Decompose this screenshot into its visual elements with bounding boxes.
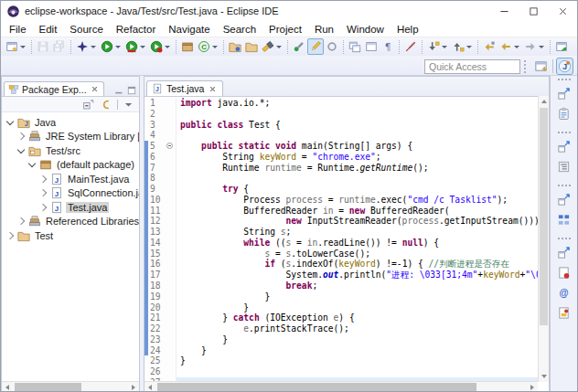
code-line-25[interactable]: 25} bbox=[144, 355, 538, 366]
code-line-11[interactable]: 11 BufferedReader in = new BufferedReade… bbox=[144, 206, 538, 217]
open-perspective-button[interactable] bbox=[532, 58, 550, 75]
chevron-collapsed-icon[interactable] bbox=[17, 217, 25, 225]
vscroll-thumb[interactable] bbox=[540, 108, 548, 325]
save-all-button[interactable] bbox=[51, 38, 68, 55]
tree-item-test-src[interactable]: Test/src bbox=[2, 143, 139, 158]
chevron-expanded-icon[interactable] bbox=[17, 146, 25, 154]
menu-item-search[interactable]: Search bbox=[217, 23, 262, 36]
editor-tab-testjava[interactable]: J Test.java bbox=[146, 80, 223, 96]
smart-insert-button[interactable] bbox=[324, 38, 340, 55]
menu-item-help[interactable]: Help bbox=[391, 23, 425, 36]
java-perspective-button[interactable]: J bbox=[556, 58, 573, 75]
code-line-1[interactable]: 1import java.io.*; bbox=[144, 98, 538, 109]
dropdown-caret-icon[interactable] bbox=[539, 46, 544, 48]
menu-item-file[interactable]: File bbox=[3, 23, 33, 36]
code-line-23[interactable]: 23 } bbox=[144, 334, 538, 345]
menu-item-refactor[interactable]: Refactor bbox=[110, 23, 162, 36]
minimize-view-button[interactable] bbox=[113, 85, 124, 96]
code-line-10[interactable]: 10 Process process = runtime.exec("cmd /… bbox=[144, 195, 538, 206]
restore-button[interactable] bbox=[553, 189, 575, 209]
code-line-5[interactable]: 5 public static void main(String[] args)… bbox=[144, 141, 538, 152]
code-line-22[interactable]: 22 e.printStackTrace(); bbox=[144, 323, 538, 334]
code-line-3[interactable]: 3public class Test { bbox=[144, 120, 538, 131]
drag-grip[interactable] bbox=[558, 238, 571, 239]
dropdown-caret-icon[interactable] bbox=[165, 46, 170, 48]
block-selection-button[interactable] bbox=[402, 38, 419, 55]
code-line-21[interactable]: 21 } catch (IOException e) { bbox=[144, 313, 538, 323]
open-task-button[interactable] bbox=[227, 38, 243, 55]
drag-grip[interactable] bbox=[558, 79, 571, 80]
package-explorer-tab[interactable]: Package Exp... bbox=[4, 81, 104, 96]
menu-item-run[interactable]: Run bbox=[308, 23, 340, 36]
menu-item-source[interactable]: Source bbox=[63, 23, 109, 36]
scroll-thumb[interactable] bbox=[157, 383, 476, 392]
maximize-view-button[interactable] bbox=[126, 85, 137, 96]
code-line-19[interactable]: 19 } bbox=[144, 291, 538, 302]
previous-annotation-button[interactable] bbox=[450, 38, 475, 55]
scroll-right-arrow[interactable] bbox=[527, 382, 538, 392]
new-wizard-button[interactable] bbox=[4, 38, 28, 55]
code-line-13[interactable]: 13 String s; bbox=[144, 227, 538, 238]
code-line-27[interactable]: 27 bbox=[144, 377, 538, 381]
scroll-up-arrow[interactable] bbox=[539, 96, 550, 107]
dropdown-caret-icon[interactable] bbox=[442, 46, 447, 48]
minimize-button[interactable] bbox=[489, 1, 519, 21]
dropdown-caret-icon[interactable] bbox=[140, 46, 145, 48]
code-line-20[interactable]: 20 } bbox=[144, 302, 538, 313]
menu-item-edit[interactable]: Edit bbox=[33, 23, 64, 36]
chevron-collapsed-icon[interactable] bbox=[6, 232, 14, 239]
link-editor-small-button[interactable] bbox=[99, 97, 114, 112]
scroll-left-arrow[interactable] bbox=[144, 382, 155, 392]
chevron-expanded-icon[interactable] bbox=[28, 160, 36, 167]
tree-item-test-java[interactable]: JTest.java bbox=[2, 200, 139, 215]
code-line-6[interactable]: 6 String keyWord = "chrome.exe"; bbox=[144, 152, 538, 163]
restore-button[interactable] bbox=[553, 242, 575, 262]
code-editor[interactable]: 1import java.io.*;23public class Test {4… bbox=[144, 97, 538, 381]
run-button[interactable] bbox=[99, 38, 123, 55]
chevron-collapsed-icon[interactable] bbox=[39, 204, 47, 211]
code-line-4[interactable]: 4 bbox=[144, 130, 538, 141]
link-with-editor-button[interactable] bbox=[347, 38, 363, 55]
show-whitespace-button[interactable]: ¶ bbox=[380, 38, 396, 55]
last-edit-location-button[interactable] bbox=[481, 38, 498, 55]
dropdown-caret-icon[interactable] bbox=[514, 46, 519, 48]
restore-button[interactable] bbox=[553, 136, 575, 156]
task-list-button[interactable] bbox=[553, 103, 575, 123]
dropdown-caret-icon[interactable] bbox=[212, 46, 218, 48]
code-line-26[interactable]: 26 bbox=[144, 366, 538, 377]
open-type-button[interactable] bbox=[243, 38, 260, 55]
debug-button[interactable] bbox=[74, 38, 99, 55]
search-view-button[interactable] bbox=[553, 302, 575, 323]
tree-item-referenced-libraries[interactable]: Referenced Libraries bbox=[2, 215, 139, 229]
tab-close-icon[interactable] bbox=[208, 84, 218, 94]
dropdown-caret-icon[interactable] bbox=[91, 46, 96, 48]
restore-button[interactable] bbox=[553, 83, 575, 103]
mark-occurrences-button[interactable] bbox=[307, 38, 324, 55]
next-annotation-button[interactable] bbox=[425, 38, 450, 55]
drag-grip[interactable] bbox=[558, 185, 571, 186]
maximize-button[interactable] bbox=[519, 1, 548, 21]
code-line-16[interactable]: 16 if (s.indexOf(keyWord) !=-1) { //判断进程… bbox=[144, 259, 538, 270]
new-java-class-button[interactable]: C bbox=[196, 38, 220, 55]
scroll-right-arrow[interactable] bbox=[128, 382, 139, 392]
scroll-down-arrow[interactable] bbox=[539, 371, 550, 382]
declaration-button[interactable] bbox=[553, 262, 575, 282]
forward-button[interactable] bbox=[522, 38, 547, 55]
pin-editor-button[interactable] bbox=[553, 38, 570, 55]
code-line-2[interactable]: 2 bbox=[144, 109, 538, 120]
dropdown-caret-icon[interactable] bbox=[466, 46, 472, 48]
code-line-24[interactable]: 24 } bbox=[144, 345, 538, 356]
code-line-18[interactable]: 18 break; bbox=[144, 281, 538, 291]
dropdown-caret-icon[interactable] bbox=[115, 46, 121, 48]
coverage-button[interactable] bbox=[123, 38, 148, 55]
view-close-icon[interactable] bbox=[90, 84, 100, 94]
javadoc-button[interactable]: @ bbox=[553, 282, 575, 302]
toggle-pin-button[interactable] bbox=[291, 38, 307, 55]
scroll-left-arrow[interactable] bbox=[2, 382, 13, 392]
chevron-expanded-icon[interactable] bbox=[6, 118, 14, 125]
back-button[interactable] bbox=[498, 38, 522, 55]
dropdown-caret-icon[interactable] bbox=[276, 46, 282, 48]
problems-button[interactable] bbox=[553, 209, 575, 229]
code-line-17[interactable]: 17 System.out.println("进程: \033[31;4m"+k… bbox=[144, 270, 538, 281]
tree-item-java[interactable]: JJava bbox=[2, 115, 139, 130]
